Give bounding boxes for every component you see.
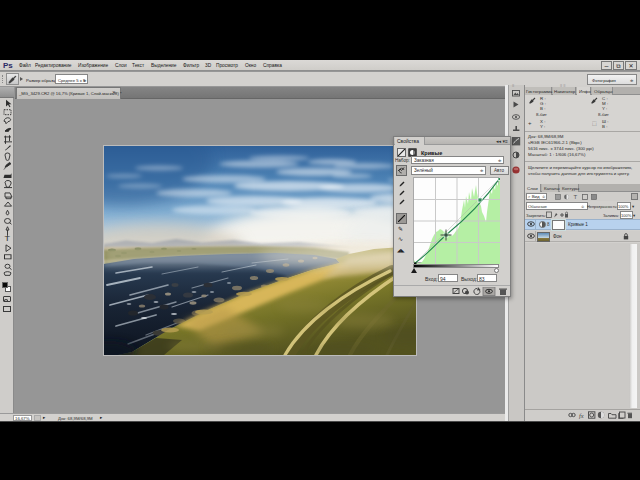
svg-text:fx: fx <box>579 412 584 419</box>
svg-text:T: T <box>5 234 10 242</box>
svg-text:T: T <box>574 194 578 200</box>
